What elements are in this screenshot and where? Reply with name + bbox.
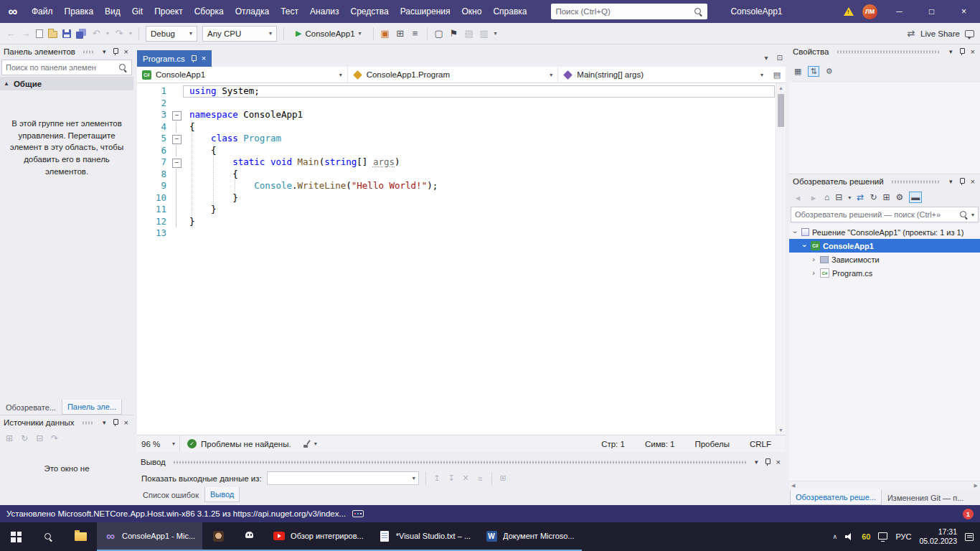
feedback-icon[interactable] <box>965 30 974 37</box>
close-icon[interactable]: × <box>969 177 976 186</box>
solution-horizontal-scrollbar[interactable]: ◀ ▶ <box>789 481 980 490</box>
code-line[interactable]: 8 { <box>137 169 776 181</box>
hot-reload-icon[interactable]: ▣ <box>380 29 390 38</box>
code-line[interactable]: 13 <box>137 227 776 240</box>
panel-tab[interactable]: Вывод <box>204 487 240 502</box>
platform-dropdown[interactable]: Any CPU ▾ <box>202 26 277 42</box>
maximize-button[interactable]: □ <box>915 0 948 23</box>
output-header[interactable]: Вывод ▾ × <box>137 455 786 469</box>
navigate-back-icon[interactable]: ← <box>6 29 16 38</box>
panel-grab-handle[interactable] <box>82 421 94 425</box>
toolbar-icon[interactable]: ▥ <box>479 29 489 38</box>
solution-search-input[interactable]: Обозреватель решений — поиск (Ctrl+» ▾ <box>791 207 979 222</box>
menu-item[interactable]: Проект <box>149 0 189 23</box>
navbar-member-dropdown[interactable]: Main(string[] args) ▾ <box>558 67 768 83</box>
close-icon[interactable]: × <box>775 458 782 466</box>
panel-grab-handle[interactable] <box>891 180 941 184</box>
code-line[interactable]: 3namespace ConsoleApp1 <box>137 109 776 121</box>
panel-tab[interactable]: Список ошибок <box>138 487 204 502</box>
volume-icon[interactable] <box>845 533 854 540</box>
alphabetical-icon[interactable]: ⇅ <box>808 66 819 77</box>
tree-item[interactable]: ›Зависимости <box>789 253 980 266</box>
taskbar-app-notepad[interactable]: *Visual Studio.txt – ... <box>371 522 478 551</box>
scroll-left-icon[interactable]: ◀ <box>791 483 795 489</box>
no-problems-icon[interactable]: ✓ <box>187 439 197 448</box>
start-button[interactable] <box>0 522 32 551</box>
code-line[interactable]: 2 <box>137 98 776 110</box>
code-line[interactable]: 1using System; <box>137 85 776 98</box>
code-line[interactable]: 12} <box>137 216 776 228</box>
undo-icon[interactable]: ↶ <box>91 29 101 38</box>
action-center-icon[interactable] <box>965 533 974 541</box>
pin-icon[interactable] <box>764 458 771 466</box>
categorized-icon[interactable]: ▦ <box>794 67 801 76</box>
home-icon[interactable]: ⌂ <box>824 192 829 202</box>
taskbar-app-visual-studio[interactable]: ConsoleApp1 - Mic... <box>97 522 202 551</box>
chevron-down-icon[interactable]: ▾ <box>948 178 954 185</box>
pin-icon[interactable] <box>112 47 118 56</box>
remove-icon[interactable]: ⊟ <box>36 433 43 443</box>
file-explorer-button[interactable] <box>65 522 97 551</box>
notification-badge[interactable]: 1 <box>963 509 974 519</box>
refresh-icon[interactable]: ↻ <box>21 433 28 443</box>
code-line[interactable]: 9 Console.WriteLine("Hello World!"); <box>137 180 776 192</box>
code-cleanup-icon[interactable] <box>303 440 311 448</box>
zoom-dropdown[interactable]: 96 % ▾ <box>137 435 180 452</box>
code-editor[interactable]: 1using System;23namespace ConsoleApp14{5… <box>137 83 786 435</box>
editor-vertical-scrollbar[interactable]: ▲ ▼ <box>776 83 786 435</box>
panel-grab-handle[interactable] <box>173 461 746 464</box>
toolbox-search-input[interactable]: Поиск по панели элемен <box>1 60 132 75</box>
data-sources-header[interactable]: Источники данных ▾ × <box>0 415 133 430</box>
sync-with-active-document-icon[interactable]: ⇄ <box>857 192 864 202</box>
expander-chevron-icon[interactable]: › <box>801 242 809 250</box>
panel-tab[interactable]: Панель эле... <box>62 400 122 415</box>
new-file-icon[interactable] <box>36 29 43 38</box>
menu-item[interactable]: Анализ <box>304 0 345 23</box>
preview-selected-items-icon[interactable]: ▬ <box>909 192 922 203</box>
code-line[interactable]: 6 { <box>137 145 776 157</box>
chevron-down-icon[interactable]: ▾ <box>753 458 760 466</box>
bookmark-icon[interactable]: ⚑ <box>449 29 459 38</box>
go-to-next-message-icon[interactable]: ↧ <box>447 474 456 483</box>
panel-grab-handle[interactable] <box>83 50 94 54</box>
taskbar-app-game[interactable] <box>202 522 234 551</box>
chevron-down-icon[interactable]: ▾ <box>314 441 317 447</box>
menu-item[interactable]: Средства <box>345 0 395 23</box>
pin-icon[interactable] <box>112 418 118 427</box>
toolbar-icon[interactable]: ≡ <box>410 29 420 38</box>
panel-tab[interactable]: Изменения Git — п... <box>882 490 969 505</box>
collapse-all-icon[interactable]: ⊟ <box>835 192 842 202</box>
scroll-down-icon[interactable]: ▼ <box>776 425 786 435</box>
tree-item[interactable]: ›C#Program.cs <box>789 266 980 280</box>
quick-search-input[interactable]: Поиск (Ctrl+Q) <box>551 4 707 19</box>
close-icon[interactable]: × <box>123 418 130 427</box>
properties-header[interactable]: Свойства ▾ × <box>789 44 980 59</box>
tree-item[interactable]: ›Решение "ConsoleApp1" (проекты: 1 из 1) <box>789 225 980 239</box>
panel-tab[interactable]: Обозреватель реше... <box>790 490 882 505</box>
document-well-options-icon[interactable]: ⊡ <box>777 54 783 62</box>
scrollbar-thumb[interactable] <box>778 94 784 127</box>
chevron-down-icon[interactable]: ▾ <box>101 419 108 426</box>
navigate-forward-icon[interactable]: → <box>21 29 31 38</box>
solution-explorer-header[interactable]: Обозреватель решений ▾ × <box>789 174 980 189</box>
expander-chevron-icon[interactable]: › <box>810 255 817 263</box>
toolbar-overflow-icon[interactable]: ▾ <box>494 30 497 37</box>
nest-files-icon[interactable]: ⊞ <box>882 192 890 202</box>
expander-chevron-icon[interactable]: › <box>810 269 817 277</box>
toolbar-icon[interactable]: ▤ <box>464 29 474 38</box>
active-documents-chevron-icon[interactable]: ▾ <box>765 54 768 62</box>
toggle-word-wrap-icon[interactable]: ≡ <box>476 474 485 483</box>
taskbar-app-youtube[interactable]: Обзор интегриров... <box>265 522 371 551</box>
output-settings-icon[interactable]: ⊞ <box>499 474 508 483</box>
redo-icon[interactable]: ↷ <box>114 29 124 38</box>
menu-item[interactable]: Тест <box>275 0 304 23</box>
notifications-warning-icon[interactable]: ! <box>844 7 854 16</box>
close-icon[interactable]: × <box>969 47 976 56</box>
scroll-up-icon[interactable]: ▲ <box>776 83 786 93</box>
language-indicator[interactable]: РУС <box>895 532 911 541</box>
refresh-icon[interactable]: ↻ <box>870 192 877 202</box>
navbar-project-dropdown[interactable]: C# ConsoleApp1 ▾ <box>137 67 348 83</box>
start-debugging-button[interactable]: ▶ ConsoleApp1 ▾ <box>291 25 367 42</box>
property-pages-icon[interactable]: ⚙ <box>826 67 833 76</box>
network-icon[interactable] <box>878 532 887 540</box>
